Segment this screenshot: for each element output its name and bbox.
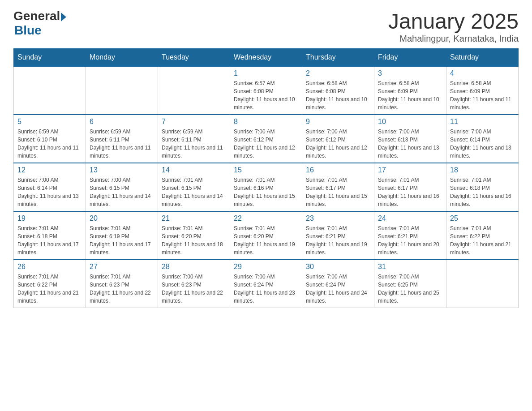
day-of-week-header: Friday [374,49,446,67]
day-number: 29 [234,263,298,271]
calendar-cell: 29Sunrise: 7:00 AMSunset: 6:24 PMDayligh… [230,260,302,308]
calendar-body: 1Sunrise: 6:57 AMSunset: 6:08 PMDaylight… [14,66,519,308]
day-info: Sunrise: 6:58 AMSunset: 6:09 PMDaylight:… [378,79,442,111]
calendar-cell: 13Sunrise: 7:00 AMSunset: 6:15 PMDayligh… [86,163,158,211]
day-info: Sunrise: 7:00 AMSunset: 6:24 PMDaylight:… [234,273,298,305]
calendar-week-row: 5Sunrise: 6:59 AMSunset: 6:10 PMDaylight… [14,115,519,163]
calendar-week-row: 26Sunrise: 7:01 AMSunset: 6:22 PMDayligh… [14,260,519,308]
calendar-week-row: 12Sunrise: 7:00 AMSunset: 6:14 PMDayligh… [14,163,519,211]
day-number: 26 [17,263,82,271]
day-info: Sunrise: 7:01 AMSunset: 6:22 PMDaylight:… [17,273,82,305]
logo-arrow-icon [61,13,66,21]
calendar-cell: 31Sunrise: 7:00 AMSunset: 6:25 PMDayligh… [374,260,446,308]
calendar-cell: 10Sunrise: 7:00 AMSunset: 6:13 PMDayligh… [374,115,446,163]
calendar-cell: 24Sunrise: 7:01 AMSunset: 6:21 PMDayligh… [374,211,446,260]
day-info: Sunrise: 7:00 AMSunset: 6:13 PMDaylight:… [378,128,442,160]
day-number: 19 [17,214,82,223]
calendar-cell [158,66,230,115]
day-number: 4 [450,69,515,77]
day-info: Sunrise: 7:01 AMSunset: 6:20 PMDaylight:… [162,224,226,257]
day-info: Sunrise: 7:01 AMSunset: 6:21 PMDaylight:… [306,224,370,257]
calendar-cell: 19Sunrise: 7:01 AMSunset: 6:18 PMDayligh… [14,211,86,260]
calendar-cell: 17Sunrise: 7:01 AMSunset: 6:17 PMDayligh… [374,163,446,211]
title-section: January 2025 Mahalingpur, Karnataka, Ind… [388,9,519,44]
day-info: Sunrise: 7:01 AMSunset: 6:18 PMDaylight:… [17,224,82,257]
day-info: Sunrise: 6:59 AMSunset: 6:11 PMDaylight:… [90,128,154,160]
logo-blue-text: Blue [14,23,42,38]
day-number: 10 [378,118,442,126]
calendar-cell: 23Sunrise: 7:01 AMSunset: 6:21 PMDayligh… [302,211,374,260]
calendar-cell: 7Sunrise: 6:59 AMSunset: 6:11 PMDaylight… [158,115,230,163]
day-number: 16 [306,166,370,174]
day-of-week-header: Monday [86,49,158,67]
calendar-cell: 6Sunrise: 6:59 AMSunset: 6:11 PMDaylight… [86,115,158,163]
day-number: 18 [450,166,515,174]
day-number: 27 [90,263,154,271]
calendar-cell: 1Sunrise: 6:57 AMSunset: 6:08 PMDaylight… [230,66,302,115]
calendar-cell: 26Sunrise: 7:01 AMSunset: 6:22 PMDayligh… [14,260,86,308]
calendar-header: SundayMondayTuesdayWednesdayThursdayFrid… [14,49,519,67]
day-info: Sunrise: 7:00 AMSunset: 6:23 PMDaylight:… [162,273,226,305]
day-info: Sunrise: 7:01 AMSunset: 6:15 PMDaylight:… [162,176,226,208]
page-header: General Blue January 2025 Mahalingpur, K… [13,9,519,44]
calendar-cell [446,260,519,308]
calendar-cell: 21Sunrise: 7:01 AMSunset: 6:20 PMDayligh… [158,211,230,260]
day-info: Sunrise: 6:58 AMSunset: 6:09 PMDaylight:… [450,79,515,111]
calendar-cell: 15Sunrise: 7:01 AMSunset: 6:16 PMDayligh… [230,163,302,211]
day-info: Sunrise: 6:58 AMSunset: 6:08 PMDaylight:… [306,79,370,111]
day-info: Sunrise: 7:00 AMSunset: 6:25 PMDaylight:… [378,273,442,305]
day-of-week-header: Thursday [302,49,374,67]
day-number: 24 [378,214,442,223]
calendar-cell: 11Sunrise: 7:00 AMSunset: 6:14 PMDayligh… [446,115,519,163]
calendar-cell: 27Sunrise: 7:01 AMSunset: 6:23 PMDayligh… [86,260,158,308]
day-info: Sunrise: 7:01 AMSunset: 6:17 PMDaylight:… [378,176,442,208]
day-info: Sunrise: 7:00 AMSunset: 6:14 PMDaylight:… [17,176,82,208]
day-info: Sunrise: 6:57 AMSunset: 6:08 PMDaylight:… [234,79,298,111]
day-number: 9 [306,118,370,126]
day-info: Sunrise: 7:00 AMSunset: 6:24 PMDaylight:… [306,273,370,305]
day-number: 12 [17,166,82,174]
calendar-cell: 3Sunrise: 6:58 AMSunset: 6:09 PMDaylight… [374,66,446,115]
calendar-cell: 30Sunrise: 7:00 AMSunset: 6:24 PMDayligh… [302,260,374,308]
day-info: Sunrise: 6:59 AMSunset: 6:11 PMDaylight:… [162,128,226,160]
day-number: 22 [234,214,298,223]
day-number: 3 [378,69,442,77]
day-number: 8 [234,118,298,126]
calendar-title: January 2025 [388,9,519,34]
day-of-week-header: Tuesday [158,49,230,67]
calendar-cell: 25Sunrise: 7:01 AMSunset: 6:22 PMDayligh… [446,211,519,260]
day-number: 5 [17,118,82,126]
day-of-week-header: Sunday [14,49,86,67]
day-number: 14 [162,166,226,174]
day-info: Sunrise: 7:01 AMSunset: 6:22 PMDaylight:… [450,224,515,257]
day-info: Sunrise: 7:00 AMSunset: 6:12 PMDaylight:… [306,128,370,160]
day-number: 13 [90,166,154,174]
day-number: 1 [234,69,298,77]
calendar-table: SundayMondayTuesdayWednesdayThursdayFrid… [13,48,519,308]
day-info: Sunrise: 6:59 AMSunset: 6:10 PMDaylight:… [17,128,82,160]
calendar-cell: 18Sunrise: 7:01 AMSunset: 6:18 PMDayligh… [446,163,519,211]
day-info: Sunrise: 7:01 AMSunset: 6:18 PMDaylight:… [450,176,515,208]
day-info: Sunrise: 7:01 AMSunset: 6:20 PMDaylight:… [234,224,298,257]
logo: General Blue [13,9,66,38]
calendar-cell: 12Sunrise: 7:00 AMSunset: 6:14 PMDayligh… [14,163,86,211]
day-number: 23 [306,214,370,223]
calendar-cell: 5Sunrise: 6:59 AMSunset: 6:10 PMDaylight… [14,115,86,163]
calendar-week-row: 1Sunrise: 6:57 AMSunset: 6:08 PMDaylight… [14,66,519,115]
day-number: 20 [90,214,154,223]
logo-general-text: General [13,9,60,23]
calendar-cell: 14Sunrise: 7:01 AMSunset: 6:15 PMDayligh… [158,163,230,211]
day-number: 7 [162,118,226,126]
day-number: 15 [234,166,298,174]
days-of-week-row: SundayMondayTuesdayWednesdayThursdayFrid… [14,49,519,67]
day-info: Sunrise: 7:01 AMSunset: 6:23 PMDaylight:… [90,273,154,305]
calendar-cell: 22Sunrise: 7:01 AMSunset: 6:20 PMDayligh… [230,211,302,260]
day-info: Sunrise: 7:01 AMSunset: 6:21 PMDaylight:… [378,224,442,257]
day-number: 17 [378,166,442,174]
calendar-cell: 16Sunrise: 7:01 AMSunset: 6:17 PMDayligh… [302,163,374,211]
day-number: 25 [450,214,515,223]
calendar-cell: 4Sunrise: 6:58 AMSunset: 6:09 PMDaylight… [446,66,519,115]
day-number: 30 [306,263,370,271]
day-number: 11 [450,118,515,126]
day-of-week-header: Wednesday [230,49,302,67]
